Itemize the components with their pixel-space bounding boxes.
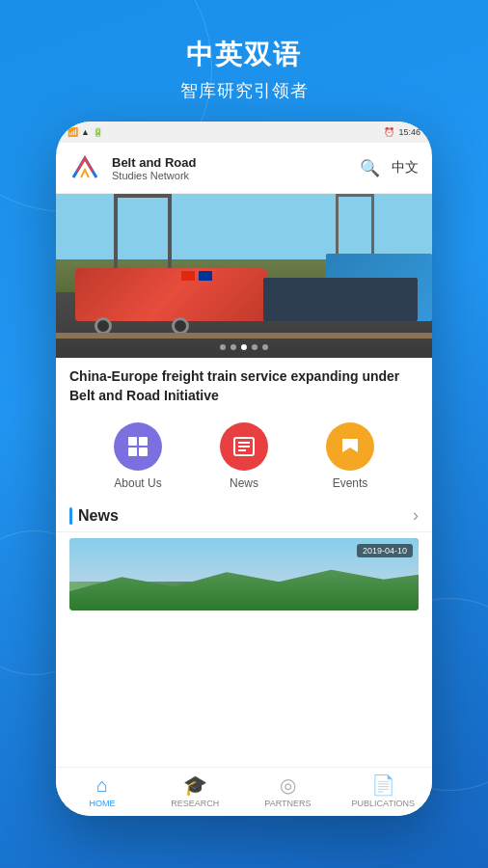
eu-flag: [199, 271, 212, 281]
wifi-icon: ▲: [81, 127, 90, 137]
action-about-us[interactable]: About Us: [114, 422, 162, 490]
status-left: 📶 ▲ 🔋: [68, 127, 103, 137]
news-icon: [220, 422, 268, 471]
news-date-badge: 2019-04-10: [357, 544, 413, 557]
about-us-label: About Us: [114, 476, 161, 490]
dot-1[interactable]: [220, 344, 226, 350]
dot-2[interactable]: [230, 344, 236, 350]
battery-icon: 🔋: [93, 127, 103, 137]
partners-icon: ◎: [280, 773, 296, 797]
hero-train-scene: [56, 194, 432, 358]
news-more-arrow[interactable]: ›: [413, 505, 419, 526]
logo-line2: Studies Network: [112, 170, 196, 181]
china-flag: [181, 271, 195, 281]
train-track: [56, 333, 432, 339]
logo-area: Belt and Road Studies Network: [69, 150, 196, 185]
home-label: HOME: [90, 799, 116, 808]
home-icon: ⌂: [96, 774, 108, 797]
crane-left: [114, 194, 172, 271]
events-label: Events: [333, 476, 368, 490]
nav-home[interactable]: ⌂ HOME: [73, 774, 131, 808]
main-title: 中英双语: [180, 37, 309, 73]
carousel-dots: [220, 344, 268, 350]
nav-research[interactable]: 🎓 RESEARCH: [166, 773, 224, 808]
events-icon: [326, 422, 374, 471]
alarm-icon: ⏰: [384, 127, 394, 137]
status-bar: 📶 ▲ 🔋 ⏰ 15:46: [56, 122, 432, 143]
news-section: News › 2019-04-10: [56, 500, 432, 767]
status-time: 15:46: [398, 127, 420, 137]
svg-rect-3: [128, 448, 137, 456]
status-right: ⏰ 15:46: [384, 127, 420, 137]
nav-partners[interactable]: ◎ PARTNERS: [258, 773, 316, 808]
news-header-left: News: [69, 507, 119, 525]
research-icon: 🎓: [183, 773, 207, 797]
language-button[interactable]: 中文: [392, 159, 419, 176]
header-actions: 🔍 中文: [360, 158, 419, 178]
publications-icon: 📄: [371, 773, 395, 797]
news-label: News: [230, 476, 258, 490]
quick-actions: About Us News Events: [56, 413, 432, 500]
flags-area: [181, 271, 212, 281]
svg-rect-4: [139, 448, 148, 456]
train-cargo: [263, 278, 418, 321]
news-section-title: News: [78, 507, 119, 525]
research-label: RESEARCH: [171, 799, 219, 808]
nav-publications[interactable]: 📄 PUBLICATIONS: [352, 773, 415, 808]
bottom-navigation: ⌂ HOME 🎓 RESEARCH ◎ PARTNERS 📄 PUBLICATI…: [56, 767, 432, 816]
dot-5[interactable]: [262, 344, 268, 350]
news-section-header: News ›: [56, 500, 432, 532]
action-news[interactable]: News: [220, 422, 268, 490]
phone-frame: 📶 ▲ 🔋 ⏰ 15:46 Belt and Road Studies Netw…: [56, 122, 432, 816]
article-title: China-Europe freight train service expan…: [56, 358, 432, 413]
news-thumbnail[interactable]: 2019-04-10: [69, 538, 419, 610]
svg-rect-2: [139, 437, 148, 446]
hero-image: [56, 194, 432, 358]
svg-rect-0: [69, 150, 104, 185]
page-header: 中英双语 智库研究引领者: [180, 0, 309, 122]
sub-title: 智库研究引领者: [180, 79, 309, 102]
logo-line1: Belt and Road: [112, 155, 196, 170]
app-header: Belt and Road Studies Network 🔍 中文: [56, 143, 432, 194]
train-locomotive: [75, 268, 268, 321]
action-events[interactable]: Events: [326, 422, 374, 490]
about-us-icon: [114, 422, 162, 471]
partners-label: PARTNERS: [264, 799, 311, 808]
logo-text: Belt and Road Studies Network: [112, 155, 196, 181]
dot-3[interactable]: [241, 344, 247, 350]
svg-rect-1: [128, 437, 137, 446]
app-logo-icon: [69, 150, 104, 185]
publications-label: PUBLICATIONS: [352, 799, 415, 808]
news-thumbnail-row: 2019-04-10: [69, 538, 419, 610]
news-bar-accent: [69, 507, 72, 525]
dot-4[interactable]: [252, 344, 258, 350]
signal-icon: 📶: [68, 127, 78, 137]
search-button[interactable]: 🔍: [360, 158, 380, 178]
